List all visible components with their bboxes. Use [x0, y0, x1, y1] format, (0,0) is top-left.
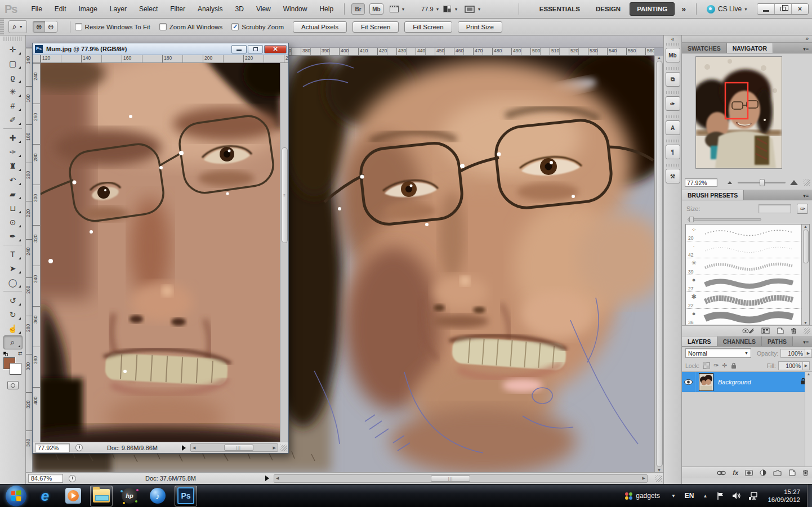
tool-button[interactable]: ✐ — [3, 113, 23, 127]
swap-colors-icon[interactable]: ⇄ — [18, 351, 23, 356]
menu-item[interactable]: Layer — [104, 0, 133, 19]
panel-menu-icon[interactable]: ▾≡ — [800, 338, 812, 346]
tab-paths[interactable]: PATHS — [762, 336, 793, 346]
taskbar-photoshop[interactable]: Ps — [175, 486, 197, 506]
dock-panel-icon[interactable]: ¶ — [666, 145, 680, 159]
doc-close-button[interactable]: ✕ — [264, 45, 287, 53]
mini-bridge-button[interactable]: Mb — [369, 3, 383, 15]
brush-preset-item[interactable]: ● 36 — [686, 309, 801, 325]
menu-item[interactable]: 3D — [229, 0, 250, 19]
fill-value[interactable]: 100% — [778, 361, 803, 370]
dock-panel-icon[interactable]: Mb — [666, 48, 680, 62]
opacity-value[interactable]: 100% — [780, 349, 805, 358]
lock-position-icon[interactable]: ✛ — [722, 362, 727, 369]
zoom-out-icon[interactable] — [728, 181, 732, 184]
document-window-mum[interactable]: Ps Mum.jpg @ 77.9% (RGB/8#) ✕ 1201401601… — [32, 43, 289, 454]
zoom-preset-button[interactable]: Print Size — [458, 21, 502, 33]
minimize-button[interactable] — [757, 4, 774, 14]
panel-menu-icon[interactable]: ▾≡ — [800, 45, 812, 53]
volume-icon[interactable] — [732, 492, 740, 500]
layer-row-background[interactable]: Background — [682, 372, 812, 392]
taskbar-itunes[interactable]: ♪ — [146, 486, 169, 506]
scroll-right-icon[interactable]: ▶ — [273, 446, 276, 450]
taskbar-media-player[interactable] — [62, 486, 84, 506]
menu-item[interactable]: Edit — [48, 0, 73, 19]
taskbar-internet-explorer[interactable]: e — [34, 486, 56, 506]
default-colors-icon[interactable] — [3, 352, 8, 357]
zoom-preset-button[interactable]: Fill Screen — [404, 21, 452, 33]
status-zoom-field[interactable]: 84.67% — [28, 474, 63, 483]
quick-mask-button[interactable] — [7, 381, 19, 389]
tool-button[interactable]: # — [3, 98, 23, 113]
expand-dock-chevron[interactable]: « — [664, 35, 681, 43]
layer-list-scrollbar[interactable]: ▲ — [805, 372, 812, 466]
navigator-zoom-slider[interactable] — [738, 182, 786, 183]
new-layer-icon[interactable] — [788, 469, 796, 476]
adjustment-layer-icon[interactable] — [760, 469, 766, 476]
add-mask-icon[interactable] — [745, 470, 753, 476]
launch-bridge-button[interactable]: Br — [351, 3, 365, 15]
brush-preset-item[interactable]: ✱ 22 — [686, 292, 801, 309]
doc-vertical-scrollbar[interactable]: ≡ — [280, 63, 288, 442]
view-extras-icon[interactable]: ▼ — [389, 5, 405, 13]
network-icon[interactable] — [748, 492, 758, 500]
tab-channels[interactable]: CHANNELS — [717, 336, 762, 346]
tool-button[interactable]: ↺ — [3, 293, 23, 307]
lock-all-icon[interactable] — [731, 362, 737, 369]
cs-live-button[interactable]: CS Live ▼ — [707, 5, 748, 14]
brush-list-scrollbar[interactable]: ▲ ▼ — [801, 225, 809, 325]
fill-spinner[interactable]: ▶ — [803, 361, 810, 370]
workspace-design[interactable]: DESIGN — [589, 3, 627, 15]
close-button[interactable]: × — [791, 4, 808, 14]
tool-button[interactable]: ✳ — [3, 84, 23, 98]
zoom-out-button[interactable]: ⊖ — [45, 21, 57, 32]
scroll-up-icon[interactable]: ▲ — [804, 225, 807, 228]
new-brush-icon[interactable] — [777, 327, 784, 334]
brush-preset-item[interactable]: · 42 — [686, 241, 801, 258]
zoom-in-button[interactable]: ⊕ — [33, 21, 45, 32]
screen-mode-icon[interactable]: ▼ — [465, 6, 481, 13]
checkbox-resize-windows[interactable]: Resize Windows To Fit — [75, 23, 150, 30]
lock-transparency-icon[interactable] — [703, 362, 710, 369]
menu-item[interactable]: Analysis — [191, 0, 229, 19]
dock-panel-icon[interactable]: A — [666, 120, 680, 135]
open-preset-manager-icon[interactable] — [761, 327, 770, 334]
chevron-down-icon[interactable]: ▼ — [671, 493, 676, 499]
restore-button[interactable] — [774, 4, 791, 14]
menu-item[interactable]: Window — [277, 0, 314, 19]
arrange-documents-icon[interactable]: ▼ — [443, 5, 458, 13]
tab-navigator[interactable]: NAVIGATOR — [727, 43, 773, 53]
layer-style-icon[interactable]: fx — [733, 469, 738, 476]
opacity-spinner[interactable]: ▶ — [805, 349, 812, 358]
tool-button[interactable]: ▰ — [3, 187, 23, 201]
tool-button[interactable]: ✑ — [3, 145, 23, 159]
lock-paint-icon[interactable]: ✑ — [713, 362, 719, 369]
dock-panel-icon[interactable]: ⚒ — [666, 169, 680, 183]
scrollbar-thumb[interactable] — [656, 61, 663, 467]
workspace-essentials[interactable]: ESSENTIALS — [533, 3, 587, 15]
language-indicator[interactable]: EN — [685, 492, 694, 500]
slider-thumb[interactable] — [689, 217, 694, 222]
menu-item[interactable]: Select — [133, 0, 164, 19]
navigator-zoom-field[interactable]: 77.92% — [685, 178, 717, 187]
tool-button[interactable]: ⊔ — [3, 201, 23, 215]
dock-panel-icon[interactable]: ⧉ — [666, 72, 680, 87]
show-hidden-icons[interactable]: ▲ — [703, 493, 708, 499]
collapse-dock-chevron[interactable]: » — [682, 35, 812, 43]
menu-item[interactable]: Image — [73, 0, 104, 19]
scroll-up-icon[interactable]: ▲ — [657, 56, 661, 60]
show-desktop-button[interactable] — [807, 484, 812, 507]
link-layers-icon[interactable] — [717, 470, 726, 475]
zoom-preset-button[interactable]: Fit Screen — [353, 21, 399, 33]
tool-button[interactable]: ☝ — [3, 321, 23, 335]
taskbar-explorer[interactable] — [90, 486, 113, 506]
scroll-down-icon[interactable]: ▼ — [804, 321, 807, 325]
tool-button[interactable]: ▢ — [3, 56, 23, 70]
tool-button[interactable]: ✚ — [3, 131, 23, 145]
tool-button[interactable]: ✒ — [3, 229, 23, 243]
tool-button[interactable]: ♜ — [3, 159, 23, 173]
scroll-left-icon[interactable]: ◀ — [276, 476, 279, 481]
slider-thumb[interactable] — [760, 179, 765, 186]
action-center-flag-icon[interactable] — [717, 492, 724, 500]
stroke-preview-toggle-icon[interactable] — [742, 327, 755, 334]
